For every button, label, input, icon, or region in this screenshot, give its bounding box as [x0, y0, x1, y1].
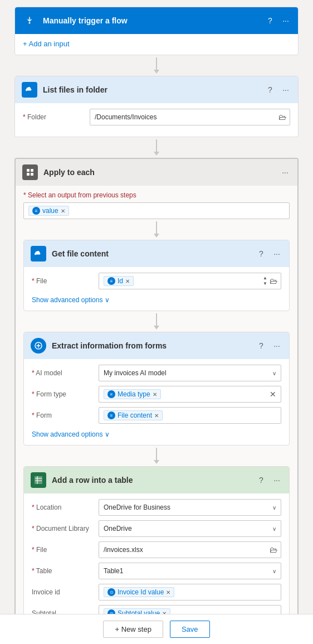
inner-connector-arrow-1 — [154, 234, 159, 238]
row-file-browse-icon[interactable]: 🗁 — [270, 545, 277, 554]
extract-more-icon[interactable]: ··· — [271, 340, 282, 351]
trigger-card: Manually trigger a flow ? ··· + Add an i… — [14, 7, 299, 55]
table-dropdown-icon: ∨ — [272, 568, 276, 574]
apply-each-body: * Select an output from previous steps ≡… — [16, 186, 297, 644]
file-browse-icon[interactable]: 🗁 — [270, 277, 277, 285]
get-file-header: Get file content ? ··· — [24, 240, 289, 267]
trigger-more-icon[interactable]: ··· — [280, 15, 291, 26]
file-input[interactable]: ≡ Id ✕ ▲ ▼ 🗁 — [99, 273, 281, 289]
add-input-btn[interactable]: + Add an input — [23, 40, 290, 48]
id-tag-close[interactable]: ✕ — [125, 278, 130, 284]
save-button[interactable]: Save — [170, 621, 210, 638]
doc-library-value: OneDrive — [104, 525, 272, 532]
trigger-icon-svg — [25, 16, 34, 25]
stepper-up-icon[interactable]: ▲ — [263, 276, 267, 280]
new-step-button[interactable]: + New step — [103, 621, 163, 638]
invoice-id-label: Invoice id — [32, 588, 99, 596]
get-file-help-icon[interactable]: ? — [256, 248, 267, 259]
get-file-show-advanced[interactable]: Show advanced options ∨ — [32, 294, 281, 304]
ai-model-input[interactable]: My invoices AI model ∨ — [99, 365, 281, 381]
id-tag-label: Id — [118, 277, 123, 285]
inner-connector-2 — [23, 311, 290, 332]
form-field-row: Form ≡ File content ✕ — [32, 407, 281, 424]
get-file-body: File ≡ Id ✕ ▲ ▼ — [24, 267, 289, 311]
add-row-help-icon[interactable]: ? — [256, 474, 267, 486]
ai-model-label: AI model — [32, 369, 99, 377]
list-files-actions: ? ··· — [265, 84, 291, 95]
folder-input-wrapper: /Documents/Invoices 🗁 — [90, 109, 290, 125]
connector-arrow-2 — [154, 152, 159, 156]
table-input[interactable]: Table1 ∨ — [99, 563, 281, 579]
form-type-input[interactable]: ≡ Media type ✕ ✕ — [99, 386, 281, 403]
value-tag-row[interactable]: ≡ value ✕ — [23, 202, 290, 219]
list-files-more-icon[interactable]: ··· — [280, 84, 291, 95]
get-file-more-icon[interactable]: ··· — [271, 248, 282, 259]
value-tag-close[interactable]: ✕ — [61, 208, 65, 214]
row-file-input[interactable]: /invoices.xlsx 🗁 — [99, 541, 281, 558]
stepper-down-icon[interactable]: ▼ — [263, 282, 267, 286]
file-content-tag-label: File content — [118, 411, 152, 419]
extract-show-advanced[interactable]: Show advanced options ∨ — [32, 428, 281, 438]
row-file-label: File — [32, 546, 99, 554]
row-file-value: /invoices.xlsx — [104, 546, 265, 554]
flow-container: Manually trigger a flow ? ··· + Add an i… — [14, 7, 299, 644]
add-row-more-icon[interactable]: ··· — [271, 474, 282, 486]
extract-icon — [31, 338, 46, 354]
invoice-id-input[interactable]: ⊙ Invoice Id value ✕ — [99, 584, 281, 601]
table-value: Table1 — [104, 567, 272, 575]
extract-icon-svg — [34, 341, 43, 350]
invoice-id-tag-icon: ⊙ — [107, 588, 115, 596]
apply-each-icon — [22, 164, 38, 180]
table-field-row: Table Table1 ∨ — [32, 563, 281, 579]
id-tag: ≡ Id ✕ — [104, 276, 134, 286]
trigger-actions: ? ··· — [265, 15, 291, 26]
form-type-field-row: Form type ≡ Media type ✕ ✕ — [32, 386, 281, 403]
location-label: Location — [32, 503, 99, 511]
invoice-id-tag-close[interactable]: ✕ — [166, 589, 170, 595]
location-dropdown-icon: ∨ — [272, 505, 276, 511]
list-files-title: List files in folder — [43, 85, 265, 94]
apply-each-actions: ··· — [280, 167, 291, 178]
inner-connector-3 — [23, 446, 290, 466]
ai-model-value: My invoices AI model — [104, 369, 272, 377]
doc-library-label: Document Library — [32, 525, 99, 532]
file-content-tag-icon: ≡ — [107, 411, 115, 419]
location-field-row: Location OneDrive for Business ∨ — [32, 499, 281, 516]
doc-library-dropdown-icon: ∨ — [272, 526, 276, 532]
form-type-clear-icon[interactable]: ✕ — [270, 390, 276, 399]
add-row-icon — [31, 472, 46, 488]
apply-each-more-icon[interactable]: ··· — [280, 167, 291, 178]
get-file-icon — [31, 246, 46, 262]
get-file-card: Get file content ? ··· File ≡ — [23, 240, 290, 311]
list-files-icon-svg — [25, 85, 34, 94]
trigger-help-icon[interactable]: ? — [265, 15, 276, 26]
value-tag-label: value — [42, 207, 58, 215]
value-tag: ≡ value ✕ — [28, 206, 69, 216]
list-files-icon — [22, 82, 37, 98]
folder-browse-icon[interactable]: 🗁 — [278, 113, 286, 122]
apply-each-title: Apply to each — [43, 168, 280, 177]
extract-header: Extract information from forms ? ··· — [24, 332, 289, 359]
location-input[interactable]: OneDrive for Business ∨ — [99, 499, 281, 516]
get-file-actions: ? ··· — [256, 248, 282, 259]
svg-point-0 — [29, 22, 31, 24]
get-file-chevron-icon: ∨ — [105, 296, 110, 304]
extract-title: Extract information from forms — [52, 341, 256, 350]
media-type-tag: ≡ Media type ✕ — [104, 389, 161, 399]
extract-help-icon[interactable]: ? — [256, 340, 267, 351]
svg-rect-1 — [27, 169, 30, 172]
list-files-help-icon[interactable]: ? — [265, 84, 276, 95]
doc-library-input[interactable]: OneDrive ∨ — [99, 520, 281, 537]
media-type-tag-label: Media type — [118, 390, 150, 398]
media-type-tag-close[interactable]: ✕ — [153, 391, 157, 398]
page-wrapper: Manually trigger a flow ? ··· + Add an i… — [0, 0, 313, 644]
extract-body: AI model My invoices AI model ∨ Form typ… — [24, 359, 289, 445]
folder-input[interactable]: /Documents/Invoices 🗁 — [90, 109, 290, 125]
file-content-tag-close[interactable]: ✕ — [154, 413, 159, 419]
extract-show-advanced-label: Show advanced options — [32, 430, 102, 438]
trigger-icon — [22, 13, 37, 28]
form-input[interactable]: ≡ File content ✕ — [99, 407, 281, 424]
connector-1 — [154, 55, 159, 76]
extract-chevron-icon: ∨ — [105, 430, 110, 438]
folder-field-row: Folder /Documents/Invoices 🗁 — [23, 109, 290, 125]
